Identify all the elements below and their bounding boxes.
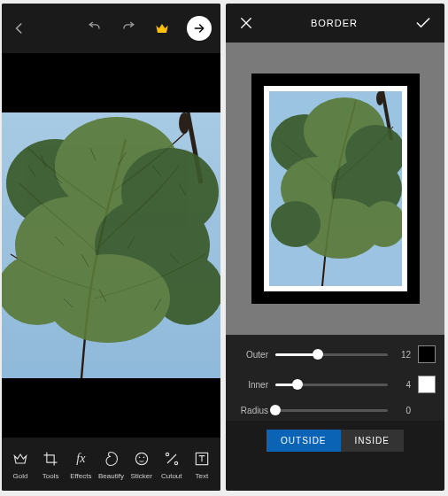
border-preview[interactable]	[226, 43, 444, 335]
svg-point-18	[376, 91, 383, 105]
crop-icon	[42, 449, 59, 469]
tool-label: Text	[196, 472, 209, 480]
photo-preview	[2, 112, 220, 378]
tool-label: Tools	[42, 472, 59, 480]
crown-icon[interactable]	[153, 19, 171, 37]
tool-beautify[interactable]: Beautify	[97, 449, 124, 480]
slider-inner: Inner 4	[235, 376, 436, 393]
slider-value: 0	[395, 406, 411, 415]
sticker-icon	[133, 449, 151, 469]
top-bar	[2, 4, 220, 53]
tool-label: Sticker	[130, 472, 151, 480]
beautify-icon	[102, 449, 120, 469]
slider-label: Inner	[235, 380, 268, 390]
tool-text[interactable]: Text	[189, 449, 215, 480]
slider-panel: Outer 12 Inner 4 Radius	[226, 335, 444, 421]
border-screen: BORDER	[226, 4, 444, 491]
border-inner	[264, 86, 407, 291]
canvas[interactable]	[2, 53, 220, 438]
fx-icon: fx	[76, 449, 85, 469]
slider-value: 12	[395, 350, 411, 360]
slider-label: Radius	[235, 406, 268, 415]
tool-label: Effects	[70, 472, 91, 480]
slider-outer: Outer 12	[235, 345, 436, 363]
slider-track-outer[interactable]	[275, 353, 388, 356]
slider-label: Outer	[235, 350, 268, 360]
text-icon	[193, 449, 211, 469]
slider-radius: Radius 0	[235, 406, 436, 415]
tool-tools[interactable]: Tools	[37, 449, 64, 480]
header-title: BORDER	[311, 18, 358, 28]
crown-outline-icon	[12, 449, 29, 469]
redo-icon[interactable]	[120, 19, 137, 37]
border-outer	[251, 74, 420, 304]
bottom-toolbar: Gold Tools fx Effects Beautify	[2, 438, 220, 491]
svg-point-11	[46, 254, 170, 343]
undo-icon[interactable]	[86, 19, 104, 37]
svg-point-13	[138, 456, 140, 458]
slider-track-inner[interactable]	[275, 384, 388, 386]
tool-effects[interactable]: fx Effects	[67, 449, 94, 480]
tool-gold[interactable]: Gold	[7, 449, 34, 480]
forward-button[interactable]	[187, 16, 212, 41]
tab-outside[interactable]: OUTSIDE	[266, 430, 340, 452]
close-icon[interactable]	[238, 15, 254, 31]
color-swatch-inner[interactable]	[418, 376, 436, 393]
slider-value: 4	[395, 380, 411, 390]
tool-cutout[interactable]: Cutout	[158, 449, 185, 480]
svg-point-25	[271, 201, 321, 247]
back-icon[interactable]	[11, 19, 28, 37]
cutout-icon	[163, 449, 181, 469]
editor-screen: Gold Tools fx Effects Beautify	[2, 4, 220, 491]
photo-thumb	[269, 91, 402, 286]
check-icon[interactable]	[414, 14, 432, 32]
border-header: BORDER	[226, 4, 444, 43]
tool-sticker[interactable]: Sticker	[128, 449, 155, 480]
border-mode-tabs: OUTSIDE INSIDE	[226, 421, 444, 464]
tab-inside[interactable]: INSIDE	[341, 430, 404, 452]
svg-point-14	[143, 456, 144, 458]
tool-label: Gold	[13, 472, 28, 480]
color-swatch-outer[interactable]	[418, 345, 436, 363]
tool-label: Cutout	[161, 472, 182, 480]
slider-track-radius[interactable]	[275, 409, 388, 412]
tool-label: Beautify	[98, 472, 124, 480]
svg-point-12	[135, 453, 147, 464]
